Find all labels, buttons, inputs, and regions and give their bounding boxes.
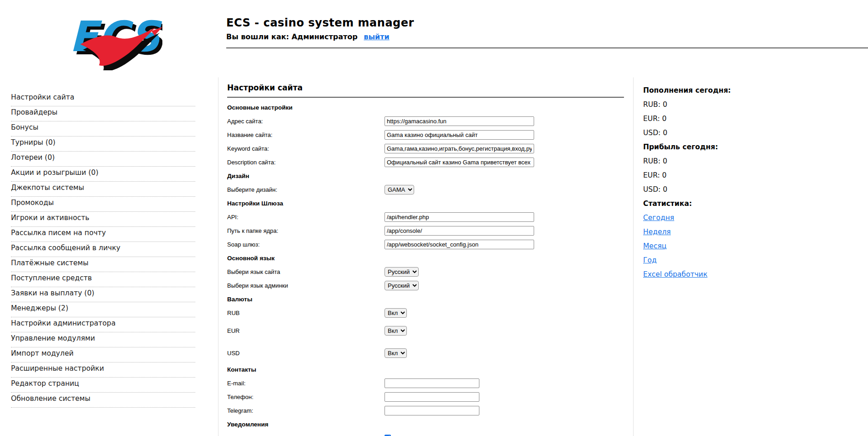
sidebar: Настройки сайта Провайдеры Бонусы Турнир… (11, 91, 195, 408)
sidebar-item-promocodes[interactable]: Промокоды (11, 197, 195, 212)
site-description-input[interactable] (385, 158, 534, 167)
form-row-design: Выберите дизайн: GAMA (227, 183, 624, 196)
profit-today-header: Прибыль сегодня: (643, 140, 839, 154)
form-row-keywords: Keyword сайта: (227, 142, 624, 155)
sidebar-item-payment-systems[interactable]: Платёжные системы (11, 257, 195, 272)
login-user: Администратор (291, 32, 358, 41)
site-keywords-input[interactable] (385, 144, 534, 153)
sidebar-main-divider (218, 78, 218, 436)
ecs-logo-icon[interactable]: ECS ECS (62, 5, 162, 70)
form-row-usd: USD Вкл (227, 346, 624, 360)
main-stats-divider (633, 78, 634, 436)
login-status: Вы вошли как: Администратор выйти (226, 32, 414, 41)
sidebar-item-promotions[interactable]: Акции и розыгрыши (0) (11, 167, 195, 182)
section-notifications: Уведомления (227, 417, 624, 431)
sidebar-item-bonuses[interactable]: Бонусы (11, 121, 195, 137)
profit-rub: RUB: 0 (643, 154, 839, 168)
form-row-core-path: Путь к папке ядра: (227, 224, 624, 237)
sidebar-item-incoming-funds[interactable]: Поступление средств (11, 272, 195, 287)
statistics-header: Статистика: (643, 196, 839, 210)
form-row-email: E-mail: (227, 376, 624, 390)
usd-label: USD (227, 350, 385, 357)
eur-label: EUR (227, 327, 385, 334)
section-language: Основной язык (227, 251, 624, 265)
stats-panel: Пополнения сегодня: RUB: 0 EUR: 0 USD: 0… (643, 83, 839, 281)
core-path-input[interactable] (385, 226, 534, 236)
section-contacts: Контакты (227, 362, 624, 376)
stats-link-excel[interactable]: Excel обработчик (643, 270, 707, 278)
admin-language-label: Выбери язык админки (227, 282, 385, 289)
sidebar-item-module-import[interactable]: Импорт модулей (11, 347, 195, 362)
api-input[interactable] (385, 212, 534, 222)
telegram-label: Telegram: (227, 407, 385, 414)
form-row-api: API: (227, 210, 624, 224)
sidebar-item-managers[interactable]: Менеджеры (2) (11, 302, 195, 317)
sidebar-item-module-management[interactable]: Управление модулями (11, 332, 195, 347)
sidebar-item-email-mailing[interactable]: Рассылка писем на почту (11, 227, 195, 242)
section-basic-settings: Основные настройки (227, 100, 624, 114)
site-name-label: Название сайта: (227, 131, 385, 138)
design-label: Выберите дизайн: (227, 186, 385, 193)
form-row-description: Description сайта: (227, 155, 624, 169)
eur-select[interactable]: Вкл (385, 326, 407, 336)
deposits-usd: USD: 0 (643, 126, 839, 140)
stats-link-today[interactable]: Сегодня (643, 214, 674, 222)
header-divider (226, 47, 868, 48)
sidebar-item-admin-settings[interactable]: Настройки администратора (11, 317, 195, 332)
phone-label: Телефон: (227, 394, 385, 400)
login-prefix: Вы вошли как: (226, 32, 289, 41)
rub-label: RUB (227, 310, 385, 316)
page-title: ECS - casino system manager (226, 16, 414, 29)
site-language-select[interactable]: Русский (385, 267, 419, 277)
stats-link-year[interactable]: Год (643, 256, 657, 264)
section-gateway: Настройки Шлюза (227, 196, 624, 210)
keywords-label: Keyword сайта: (227, 145, 385, 152)
stats-link-week[interactable]: Неделя (643, 228, 671, 236)
deposit-notification-label: При пополнение счета: (227, 435, 385, 436)
sidebar-item-payout-requests[interactable]: Заявки на выплату (0) (11, 287, 195, 302)
sidebar-item-players-activity[interactable]: Игроки и активность (11, 212, 195, 227)
logout-link[interactable]: выйти (364, 32, 390, 41)
sidebar-item-lotteries[interactable]: Лотереи (0) (11, 152, 195, 167)
site-url-label: Адрес сайта: (227, 118, 385, 125)
rub-select[interactable]: Вкл (385, 308, 407, 318)
sidebar-item-providers[interactable]: Провайдеры (11, 106, 195, 121)
site-url-input[interactable] (385, 116, 534, 126)
soap-label: Soap шлюз: (227, 241, 385, 248)
sidebar-item-pm-mailing[interactable]: Рассылка сообщений в личку (11, 242, 195, 257)
profit-eur: EUR: 0 (643, 168, 839, 182)
form-row-eur: EUR Вкл (227, 324, 624, 337)
phone-input[interactable] (385, 392, 479, 402)
section-currencies: Валюты (227, 292, 624, 306)
deposits-today-header: Пополнения сегодня: (643, 83, 839, 97)
sidebar-item-jackpots[interactable]: Джекпоты системы (11, 182, 195, 197)
soap-gateway-input[interactable] (385, 240, 534, 249)
deposits-eur: EUR: 0 (643, 111, 839, 126)
description-label: Description сайта: (227, 159, 385, 166)
core-path-label: Путь к папке ядра: (227, 227, 385, 234)
site-name-input[interactable] (385, 130, 534, 140)
sidebar-item-site-settings[interactable]: Настройки сайта (11, 91, 195, 106)
form-row-phone: Телефон: (227, 390, 624, 404)
admin-language-select[interactable]: Русский (385, 281, 419, 290)
profit-usd: USD: 0 (643, 182, 839, 196)
design-select[interactable]: GAMA (385, 185, 414, 194)
api-label: API: (227, 214, 385, 221)
form-row-site-name: Название сайта: (227, 128, 624, 142)
sidebar-item-advanced-settings[interactable]: Расширенные настройки (11, 362, 195, 378)
form-row-deposit-notification: При пополнение счета: (227, 431, 624, 436)
usd-select[interactable]: Вкл (385, 348, 407, 358)
form-row-soap: Soap шлюз: (227, 237, 624, 251)
telegram-input[interactable] (385, 406, 479, 415)
panel-title: Настройки сайта (227, 83, 624, 98)
site-language-label: Выбери язык сайта (227, 268, 385, 275)
sidebar-item-tournaments[interactable]: Турниры (0) (11, 137, 195, 152)
stats-link-month[interactable]: Месяц (643, 242, 666, 250)
site-settings-panel: Настройки сайта Основные настройки Адрес… (227, 83, 624, 436)
sidebar-item-system-update[interactable]: Обновление системы (11, 393, 195, 408)
deposits-rub: RUB: 0 (643, 97, 839, 111)
sidebar-item-page-editor[interactable]: Редактор страниц (11, 378, 195, 393)
email-label: E-mail: (227, 380, 385, 387)
form-row-site-url: Адрес сайта: (227, 114, 624, 128)
email-input[interactable] (385, 378, 479, 388)
